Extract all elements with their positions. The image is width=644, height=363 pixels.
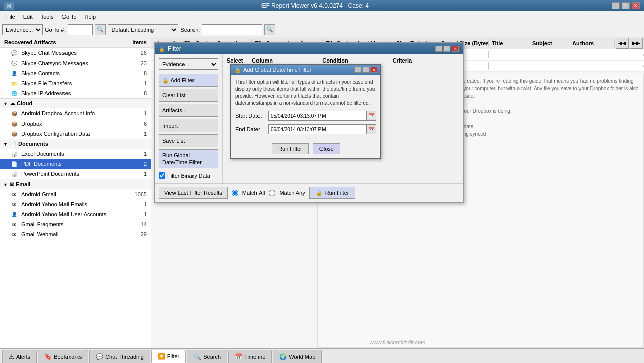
evidence-dropdown[interactable]: Evidence... [2,24,43,35]
col-title[interactable]: Title [489,39,529,47]
tab-alerts[interactable]: ⚠ Alerts [2,350,37,363]
tab-bookmarks[interactable]: 🔖 Bookmarks [38,350,88,363]
chat-icon: 💬 [96,353,103,360]
col-criteria: Criteria [391,57,461,64]
import-button[interactable]: Import [159,119,218,132]
filter-evidence-dropdown[interactable]: Evidence... [159,58,218,70]
search-go-button[interactable]: 🔍 [264,24,275,35]
menu-goto[interactable]: Go To [57,13,80,21]
sidebar-item-powerpoint[interactable]: 📊 PowerPoint Documents 1 [0,169,151,179]
datetime-title-content: 🔒 Add Global Date/Time Filter [234,67,354,73]
docs-label: 📄 Documents [10,141,48,147]
row-subject [529,54,569,56]
menu-tools[interactable]: Tools [37,13,58,21]
encoding-dropdown[interactable]: Default Encoding [108,24,178,35]
gmail-fragment-icon: ✉ [10,220,18,228]
sidebar-item-skype-ip[interactable]: 🌐 Skype IP Addresses 8 [0,88,151,98]
sidebar-item-gmail-fragments[interactable]: ✉ Gmail Fragments 14 [0,219,151,229]
menu-file[interactable]: File [2,13,19,21]
filter-binary-checkbox-row: Filter Binary Data [159,172,218,179]
datetime-footer: Run Filter Close [231,141,380,158]
datetime-maximize-button[interactable]: □ [362,67,369,73]
sidebar-item-pdf[interactable]: 📄 PDF Documents 2 [0,159,151,169]
section-documents[interactable]: ▼ 📄 Documents [0,139,151,149]
run-filter-button[interactable]: Run Filter [272,143,309,154]
match-any-radio[interactable] [269,190,275,196]
run-filter-bottom-button[interactable]: 🔒 Run Filter [309,187,356,199]
sidebar-count: 1065 [135,191,147,197]
sidebar-count: 1 [144,211,147,217]
run-global-filter-button[interactable]: Run GlobalDate/Time Filter [159,149,218,168]
datetime-minimize-button[interactable]: − [354,67,361,73]
dropbox-icon: 📦 [10,109,18,117]
menu-help[interactable]: Help [81,13,100,21]
view-last-results-button[interactable]: View Last Filter Results [159,187,228,199]
sidebar-item-gmail-webmail[interactable]: ✉ Gmail Webmail 29 [0,229,151,239]
save-list-button[interactable]: Save List [159,134,218,147]
menu-edit[interactable]: Edit [19,13,37,21]
clear-list-button[interactable]: Clear List [159,89,218,102]
sidebar-count: 8 [144,70,147,76]
datetime-title-text: Add Global Date/Time Filter [243,67,311,73]
filter-minimize-button[interactable]: − [435,46,442,52]
toolbar: Evidence... Go To #: 🔍 Default Encoding … [0,22,644,37]
search-input[interactable] [202,24,262,35]
sidebar-count: 14 [141,221,147,227]
sidebar-item-skype-filetransfers[interactable]: 📁 Skype File Transfers 1 [0,78,151,88]
sidebar-label: Gmail Webmail [21,231,58,237]
section-cloud[interactable]: ▼ ☁ Cloud [0,98,151,108]
sidebar-item-excel[interactable]: 📊 Excel Documents 1 [0,149,151,159]
tab-search[interactable]: 🔍 Search [187,350,227,363]
sidebar-item-android-gmail[interactable]: ✉ Android Gmail 1065 [0,189,151,199]
goto-input[interactable] [68,24,93,35]
add-filter-button[interactable]: 🔒 Add Filter [159,74,218,87]
end-date-input[interactable] [268,124,366,134]
watermark: www.fullcrackindir.com [370,339,426,345]
sidebar-label: Skype Chat Messages [21,50,77,56]
sidebar-item-dropbox-config[interactable]: 📦 Dropbox Configuration Data 1 [0,129,151,139]
tab-world-map[interactable]: 🌍 World Map [273,350,322,363]
datetime-icon: 🔒 [234,67,241,73]
row-title [489,54,529,56]
sidebar-item-skype-chat[interactable]: 💬 Skype Chat Messages 26 [0,48,151,58]
sidebar-header: Recovered Artifacts Items [0,37,151,48]
tab-chat-threading[interactable]: 💬 Chat Threading [89,350,150,363]
match-all-radio[interactable] [232,190,238,196]
recovered-artifacts-label: Recovered Artifacts [4,39,56,45]
col-subject[interactable]: Subject [529,39,569,47]
artifacts-button[interactable]: Artifacts... [159,104,218,117]
skype-icon: 🌐 [10,89,18,97]
sidebar-count: 1 [144,80,147,86]
sidebar-item-yahoo-accounts[interactable]: 👤 Android Yahoo Mail User Accounts 1 [0,209,151,219]
sidebar-item-skype-contacts[interactable]: 👤 Skype Contacts 8 [0,68,151,78]
tab-timeline[interactable]: 📅 Timeline [228,350,272,363]
prev-arrow[interactable]: ◀◀ [616,38,629,49]
filter-right-panel: Select Column Condition Criteria 🔒 Add G… [223,54,463,183]
col-authors[interactable]: Authors [569,39,615,47]
search-icon-button[interactable]: 🔍 [95,24,106,35]
filter-close-button[interactable]: ✕ [452,46,459,52]
minimize-button[interactable]: − [612,2,620,9]
ppt-icon: 📊 [10,170,18,178]
sidebar-label: Skype Contacts [21,70,60,76]
next-arrow[interactable]: ▶▶ [630,38,643,49]
filter-maximize-button[interactable]: □ [443,46,450,52]
start-date-input[interactable] [268,111,366,121]
end-date-picker-button[interactable]: 📅 [366,124,376,134]
section-email[interactable]: ▼ ✉ Email [0,179,151,189]
sidebar-item-skype-chatsync[interactable]: 💬 Skype Chatsync Messages 23 [0,58,151,68]
gmail-icon: ✉ [10,190,18,198]
start-date-picker-button[interactable]: 📅 [366,111,376,121]
sidebar-label: Dropbox [21,120,42,127]
datetime-close-button[interactable]: ✕ [370,67,377,73]
match-any-label: Match Any [279,190,305,196]
datetime-titlebar: 🔒 Add Global Date/Time Filter − □ ✕ [231,65,380,75]
sidebar-item-yahoo-emails[interactable]: ✉ Android Yahoo Mail Emails 1 [0,199,151,209]
maximize-button[interactable]: □ [622,2,630,9]
close-button[interactable]: ✕ [632,2,640,9]
filter-binary-checkbox[interactable] [159,172,165,179]
sidebar-item-dropbox[interactable]: 📦 Dropbox 6 [0,118,151,129]
datetime-close-btn[interactable]: Close [313,143,340,154]
tab-filter[interactable]: 🔽 Filter [151,350,186,363]
sidebar-item-dropbox-account[interactable]: 📦 Android Dropbox Account Info 1 [0,108,151,118]
